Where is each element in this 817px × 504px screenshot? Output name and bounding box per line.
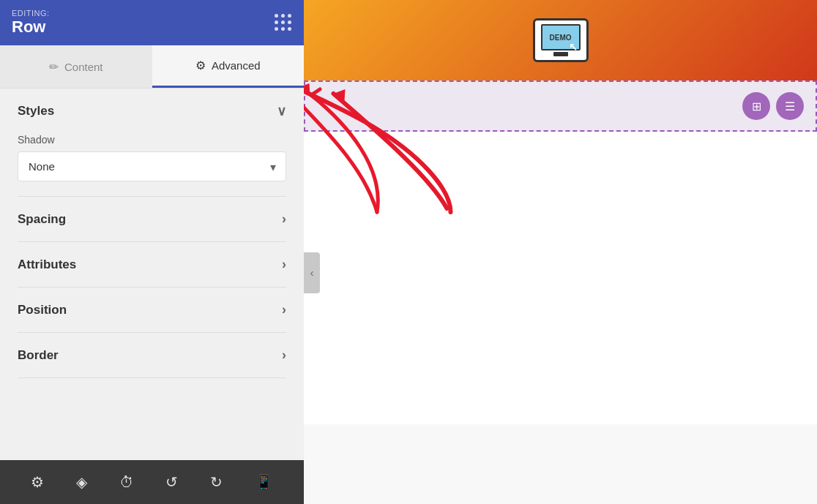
spacing-chevron-icon: › <box>282 211 286 227</box>
tab-advanced[interactable]: ⚙ Advanced <box>152 45 305 88</box>
shadow-select[interactable]: None Small Medium Large <box>18 151 286 181</box>
panel-header: EDITING: Row <box>0 0 304 45</box>
cursor-icon: ↖ <box>569 41 578 53</box>
row-editing-area[interactable]: ⊞ ☰ <box>304 80 817 132</box>
list-icon: ☰ <box>785 99 795 113</box>
dots-grid-icon[interactable] <box>275 14 292 31</box>
border-label: Border <box>18 348 59 363</box>
tab-advanced-label: Advanced <box>212 59 261 72</box>
left-panel: EDITING: Row ✏ Content ⚙ Advanced Styles… <box>0 0 304 504</box>
right-panel: DEMO ↖ ⊞ ☰ ‹ <box>304 0 817 504</box>
demo-logo: DEMO ↖ <box>533 18 589 62</box>
styles-label: Styles <box>18 104 54 119</box>
attributes-chevron-icon: › <box>282 257 286 272</box>
undo-toolbar-icon[interactable]: ↺ <box>165 473 178 491</box>
row-controls: ⊞ ☰ <box>742 92 804 120</box>
border-chevron-icon: › <box>282 347 286 363</box>
spacing-label: Spacing <box>18 212 66 227</box>
shadow-label: Shadow <box>18 134 286 146</box>
sliders-icon: ⚙ <box>195 59 206 72</box>
shadow-select-wrapper[interactable]: None Small Medium Large <box>18 151 286 181</box>
redo-toolbar-icon[interactable]: ↻ <box>210 473 223 491</box>
border-row[interactable]: Border › <box>0 333 304 377</box>
attributes-label: Attributes <box>18 257 76 272</box>
collapse-arrow-icon: ‹ <box>310 267 314 279</box>
spacing-row[interactable]: Spacing › <box>0 197 304 241</box>
position-label: Position <box>18 303 67 317</box>
position-row[interactable]: Position › <box>0 287 304 332</box>
grid-control-button[interactable]: ⊞ <box>742 92 770 120</box>
main-content-area <box>304 132 817 424</box>
pencil-icon: ✏ <box>49 60 59 74</box>
mobile-toolbar-icon[interactable]: 📱 <box>255 473 273 491</box>
attributes-row[interactable]: Attributes › <box>0 242 304 287</box>
styles-section-header[interactable]: Styles ∨ <box>0 89 304 134</box>
shadow-section: Shadow None Small Medium Large <box>0 134 304 196</box>
editing-name: Row <box>12 18 50 37</box>
editing-label: EDITING: <box>12 9 50 18</box>
panel-tabs: ✏ Content ⚙ Advanced <box>0 45 304 89</box>
tab-content-label: Content <box>64 61 103 73</box>
grid-icon: ⊞ <box>752 99 761 113</box>
bottom-toolbar: ⚙ ◈ ⏱ ↺ ↻ 📱 <box>0 460 304 504</box>
styles-chevron-icon: ∨ <box>277 103 286 119</box>
history-toolbar-icon[interactable]: ⏱ <box>119 474 134 491</box>
settings-toolbar-icon[interactable]: ⚙ <box>31 473 44 491</box>
panel-content: Styles ∨ Shadow None Small Medium Large … <box>0 89 304 460</box>
layers-toolbar-icon[interactable]: ◈ <box>76 473 87 491</box>
position-chevron-icon: › <box>282 302 286 317</box>
divider-5 <box>18 377 286 378</box>
header-title-group: EDITING: Row <box>12 9 50 37</box>
layout-control-button[interactable]: ☰ <box>776 92 804 120</box>
demo-stand <box>553 52 568 56</box>
tab-content[interactable]: ✏ Content <box>0 45 152 88</box>
demo-banner: DEMO ↖ <box>304 0 817 80</box>
demo-text: DEMO <box>550 34 572 42</box>
collapse-panel-button[interactable]: ‹ <box>304 252 320 293</box>
